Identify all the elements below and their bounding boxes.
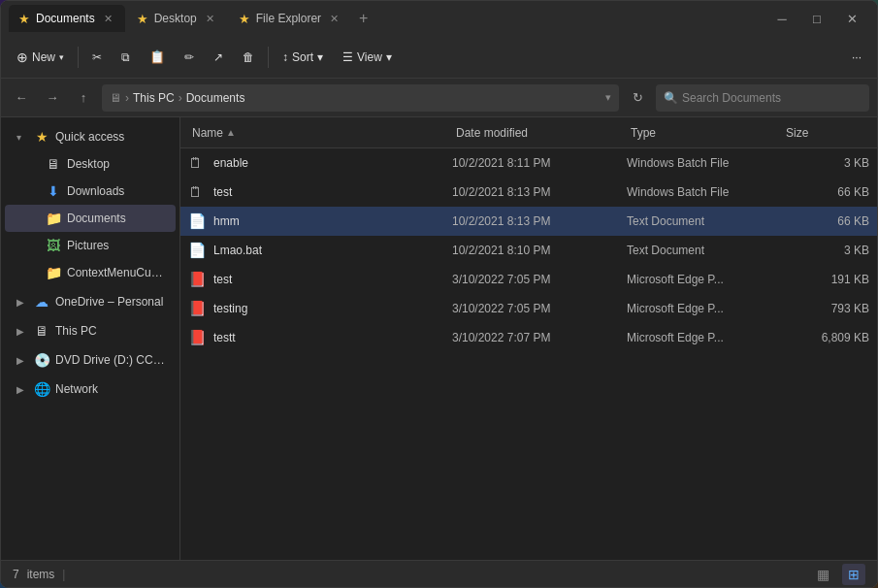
col-name-sort-arrow: ▲	[226, 127, 236, 138]
file-modified-enable: 10/2/2021 8:11 PM	[452, 156, 627, 170]
file-modified-test-pdf: 3/10/2022 7:05 PM	[452, 273, 627, 286]
col-header-type[interactable]: Type	[627, 117, 782, 147]
tab-file-explorer-icon: ★	[239, 12, 250, 26]
file-type-lmao: Text Document	[627, 244, 782, 257]
sidebar-item-desktop[interactable]: 🖥 Desktop 📌	[5, 150, 176, 178]
maximize-button[interactable]: □	[799, 5, 834, 32]
tab-desktop-label: Desktop	[154, 12, 197, 25]
address-path[interactable]: 🖥 › This PC › Documents ▾	[102, 84, 619, 112]
view-button[interactable]: ☰ View ▾	[335, 42, 400, 73]
tab-file-explorer-close[interactable]: ✕	[327, 12, 341, 26]
desktop-label: Desktop	[67, 157, 150, 171]
sidebar-item-documents[interactable]: 📁 Documents 📌	[5, 205, 176, 232]
col-header-name[interactable]: Name ▲	[188, 117, 452, 147]
downloads-label: Downloads	[67, 184, 150, 198]
search-box[interactable]: 🔍	[656, 84, 869, 112]
file-icon-hmm: 📄	[188, 212, 208, 230]
quick-access-expand-icon: ▾	[16, 132, 28, 143]
col-size-label: Size	[786, 126, 808, 140]
documents-icon: 📁	[46, 211, 61, 226]
dvd-icon: 💿	[34, 352, 49, 368]
sidebar-item-onedrive[interactable]: ▶ ☁ OneDrive – Personal	[5, 288, 176, 315]
network-label: Network	[55, 382, 168, 396]
tab-file-explorer[interactable]: ★ File Explorer ✕	[229, 5, 351, 32]
view-label: View	[357, 50, 382, 64]
cut-button[interactable]: ✂	[84, 42, 110, 73]
file-row[interactable]: 🗒 test 10/2/2021 8:13 PM Windows Batch F…	[180, 178, 877, 207]
tab-bar: ★ Documents ✕ ★ Desktop ✕ ★ File Explore…	[9, 5, 764, 32]
minimize-button[interactable]: ─	[764, 5, 799, 32]
paste-button[interactable]: 📋	[142, 42, 173, 73]
file-size-hmm: 66 KB	[782, 214, 869, 228]
more-button[interactable]: ···	[844, 42, 869, 73]
file-icon-test-pdf: 📕	[188, 271, 208, 288]
file-row[interactable]: 📕 testt 3/10/2022 7:07 PM Microsoft Edge…	[180, 323, 877, 352]
new-tab-button[interactable]: +	[353, 8, 374, 29]
file-icon-enable: 🗒	[188, 154, 208, 171]
sidebar-item-quick-access[interactable]: ▾ ★ Quick access	[5, 123, 176, 150]
item-count-label: items	[27, 568, 55, 581]
file-icon-lmao: 📄	[188, 242, 208, 259]
path-this-pc[interactable]: This PC	[133, 91, 175, 105]
col-header-modified[interactable]: Date modified	[452, 117, 627, 147]
share-button[interactable]: ↗	[206, 42, 231, 73]
tab-documents-icon: ★	[18, 12, 30, 26]
main-content: ▾ ★ Quick access 🖥 Desktop 📌 ⬇ Downloads…	[1, 117, 877, 560]
path-dropdown-arrow[interactable]: ▾	[605, 91, 611, 104]
sidebar-item-dvd[interactable]: ▶ 💿 DVD Drive (D:) CCC...	[5, 346, 176, 374]
file-type-test: Windows Batch File	[627, 185, 782, 199]
up-button[interactable]: ↑	[71, 85, 96, 111]
dvd-expand-icon: ▶	[16, 355, 28, 366]
file-row[interactable]: 📄 Lmao.bat 10/2/2021 8:10 PM Text Docume…	[180, 236, 877, 265]
file-modified-lmao: 10/2/2021 8:10 PM	[452, 244, 627, 257]
tab-desktop-close[interactable]: ✕	[203, 12, 217, 26]
pictures-label: Pictures	[67, 239, 150, 252]
sidebar-item-network[interactable]: ▶ 🌐 Network	[5, 376, 176, 403]
this-pc-label: This PC	[55, 324, 168, 338]
file-type-test-pdf: Microsoft Edge P...	[627, 273, 782, 286]
sidebar-item-downloads[interactable]: ⬇ Downloads 📌	[5, 178, 176, 205]
tab-desktop[interactable]: ★ Desktop ✕	[127, 5, 227, 32]
tab-documents-close[interactable]: ✕	[101, 12, 115, 26]
file-row[interactable]: 📄 hmm 10/2/2021 8:13 PM Text Document 66…	[180, 207, 877, 236]
this-pc-expand-icon: ▶	[16, 326, 28, 337]
forward-button[interactable]: →	[40, 85, 65, 111]
downloads-icon: ⬇	[46, 183, 61, 199]
copy-button[interactable]: ⧉	[114, 42, 138, 73]
refresh-button[interactable]: ↻	[625, 85, 650, 111]
tab-documents[interactable]: ★ Documents ✕	[9, 5, 125, 32]
sidebar-item-this-pc[interactable]: ▶ 🖥 This PC	[5, 317, 176, 344]
sidebar: ▾ ★ Quick access 🖥 Desktop 📌 ⬇ Downloads…	[1, 117, 180, 560]
file-row[interactable]: 🗒 enable 10/2/2021 8:11 PM Windows Batch…	[180, 148, 877, 178]
file-name-hmm: hmm	[213, 214, 452, 228]
close-button[interactable]: ✕	[834, 5, 869, 32]
new-button[interactable]: ⊕ New ▾	[9, 42, 72, 73]
file-size-lmao: 3 KB	[782, 244, 869, 257]
onedrive-label: OneDrive – Personal	[55, 295, 168, 309]
sidebar-section-dvd: ▶ 💿 DVD Drive (D:) CCC...	[1, 346, 179, 374]
back-button[interactable]: ←	[9, 85, 34, 111]
view-large-button[interactable]: ⊞	[842, 564, 865, 585]
file-list: 🗒 enable 10/2/2021 8:11 PM Windows Batch…	[180, 148, 877, 560]
new-label: New	[32, 50, 55, 64]
context-menu-icon: 📁	[46, 265, 61, 280]
file-name-test-pdf: test	[213, 273, 452, 286]
cut-icon: ✂	[92, 50, 102, 64]
separator-2	[268, 47, 269, 68]
path-documents[interactable]: Documents	[186, 91, 245, 105]
file-row[interactable]: 📕 testing 3/10/2022 7:05 PM Microsoft Ed…	[180, 294, 877, 323]
col-header-size[interactable]: Size	[782, 117, 869, 147]
view-details-button[interactable]: ▦	[811, 564, 834, 585]
sidebar-item-context-menu[interactable]: 📁 ContextMenuCust...	[5, 259, 176, 286]
sidebar-item-pictures[interactable]: 🖼 Pictures 📌	[5, 232, 176, 259]
delete-icon: 🗑	[243, 50, 254, 64]
search-input[interactable]	[682, 91, 847, 105]
delete-button[interactable]: 🗑	[235, 42, 262, 73]
new-plus-icon: ⊕	[16, 49, 28, 65]
rename-button[interactable]: ✏	[177, 42, 202, 73]
separator-1	[78, 47, 79, 68]
sidebar-section-network: ▶ 🌐 Network	[1, 376, 179, 403]
file-row[interactable]: 📕 test 3/10/2022 7:05 PM Microsoft Edge …	[180, 265, 877, 294]
sort-button[interactable]: ↕ Sort ▾	[275, 42, 331, 73]
file-type-testing: Microsoft Edge P...	[627, 302, 782, 315]
